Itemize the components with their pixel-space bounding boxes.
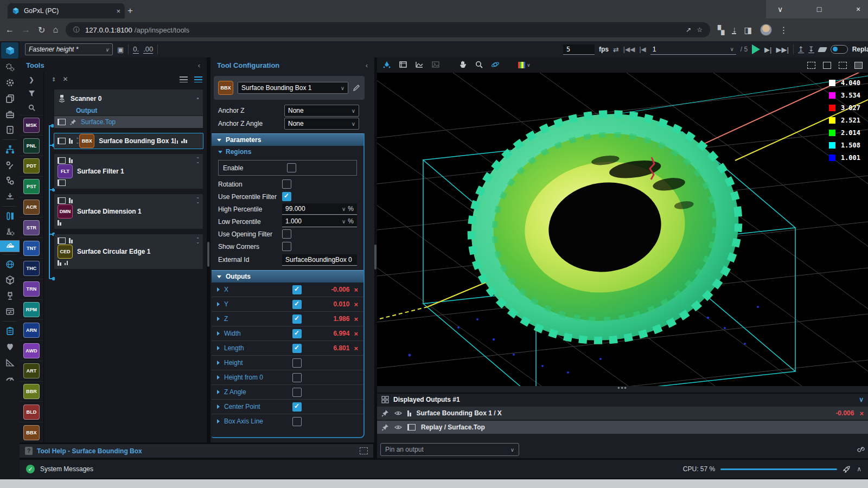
outputs-section-header[interactable]: Outputs bbox=[212, 270, 363, 282]
collapse-panel-icon[interactable]: ‹ bbox=[366, 61, 368, 69]
tool-shelf-item[interactable]: TNT bbox=[23, 241, 40, 256]
collapse-status-icon[interactable]: ∧ bbox=[857, 465, 861, 473]
tool-card-surface-dimension[interactable]: ⌃⌄ DMN Surface Dimension 1 bbox=[54, 194, 203, 229]
new-tab-button[interactable]: + bbox=[124, 4, 137, 17]
align-compress-icon[interactable] bbox=[1, 189, 18, 204]
back-icon[interactable]: ← bbox=[5, 25, 14, 35]
next-frame-icon[interactable]: ▶| bbox=[764, 46, 771, 54]
search-icon[interactable] bbox=[20, 101, 43, 115]
job-select[interactable]: Fastener height * ∨ bbox=[25, 43, 113, 55]
multi-view-icon[interactable] bbox=[854, 62, 863, 69]
anchor-z-angle-select[interactable]: None∨ bbox=[284, 118, 359, 130]
skip-to-start-icon[interactable]: |◀◀ bbox=[623, 46, 635, 53]
tool-card-surface-bounding-box[interactable]: ⌃⌄ BBX Surface Bounding Box 1 bbox=[54, 133, 203, 149]
low-percentile-select[interactable]: 1.000∨% bbox=[282, 216, 357, 227]
pin-an-output-select[interactable]: Pin an output ∨ bbox=[380, 443, 519, 456]
output-checkbox[interactable] bbox=[292, 300, 302, 309]
fps-input[interactable]: 5 bbox=[563, 44, 595, 55]
tool-shelf-item[interactable]: BBX bbox=[23, 425, 40, 440]
previous-frame-icon[interactable]: |◀ bbox=[639, 46, 646, 53]
orbit-rotate-icon[interactable] bbox=[491, 60, 500, 70]
output-checkbox[interactable] bbox=[292, 402, 302, 412]
clear-recording-eraser-icon[interactable] bbox=[818, 47, 827, 52]
side-panel-icon[interactable]: ◨ bbox=[744, 25, 752, 35]
profile-view-icon[interactable] bbox=[415, 60, 424, 70]
tool-shelf-item[interactable]: STR bbox=[23, 220, 40, 235]
system-settings-icon[interactable] bbox=[1, 60, 18, 74]
skip-to-end-icon[interactable]: ▶▶| bbox=[776, 46, 788, 54]
browser-menu-kebab-icon[interactable]: ⋮ bbox=[780, 25, 788, 35]
list-view-icon[interactable] bbox=[180, 76, 188, 82]
files-icon[interactable] bbox=[1, 91, 18, 106]
reload-icon[interactable]: ↻ bbox=[38, 25, 45, 35]
enable-checkbox[interactable] bbox=[287, 163, 296, 172]
tool-shelf-item[interactable]: TRN bbox=[23, 281, 40, 297]
download-recording-icon[interactable]: ↧ bbox=[808, 46, 814, 53]
show-corners-checkbox[interactable] bbox=[282, 242, 291, 251]
rotation-checkbox[interactable] bbox=[282, 179, 291, 189]
3d-canvas[interactable]: 4.040 3.534 3.027 2.521 2.014 1.508 1.00… bbox=[377, 73, 868, 386]
regions-subsection[interactable]: Regions bbox=[212, 146, 363, 158]
expand-card-icon[interactable]: ⌃⌄ bbox=[196, 158, 200, 163]
tool-shelf-item[interactable]: PST bbox=[23, 179, 40, 194]
bookmark-star-icon[interactable]: ☆ bbox=[697, 26, 703, 34]
output-checkbox[interactable] bbox=[292, 285, 302, 294]
visibility-eye-icon[interactable] bbox=[394, 423, 402, 431]
tool-shelf-item[interactable]: ACR bbox=[23, 200, 40, 215]
collapse-panel-icon[interactable]: ∨ bbox=[859, 396, 864, 403]
filter-funnel-icon[interactable] bbox=[20, 87, 43, 101]
extensions-puzzle-icon[interactable]: ▚ bbox=[718, 25, 724, 35]
downloads-icon[interactable]: ↓ bbox=[732, 26, 736, 34]
expand-card-icon[interactable]: ⌃⌄ bbox=[196, 198, 200, 203]
maximize-button[interactable]: □ bbox=[807, 5, 831, 14]
displayed-output-row[interactable]: Replay / Surface.Top bbox=[377, 421, 868, 434]
output-checkbox[interactable] bbox=[292, 373, 302, 382]
forward-icon[interactable]: → bbox=[22, 25, 30, 35]
collapse-card-icon[interactable]: ⌄⌃ bbox=[196, 96, 200, 101]
play-button[interactable] bbox=[752, 44, 760, 54]
use-percentile-filter-checkbox[interactable] bbox=[282, 192, 291, 201]
browser-tab[interactable]: GoPxL (PC) × bbox=[8, 3, 125, 18]
save-job-icon[interactable]: ▣ bbox=[117, 46, 124, 54]
replace-node-icon[interactable] bbox=[1, 174, 18, 188]
tool-help-bar[interactable]: ? Tool Help - Surface Bounding Box bbox=[20, 444, 373, 458]
pipeline-network-icon[interactable] bbox=[1, 142, 18, 157]
tools-scrollbar[interactable] bbox=[207, 57, 210, 442]
profile-avatar[interactable] bbox=[760, 24, 772, 36]
upload-recording-icon[interactable]: ↥ bbox=[798, 46, 804, 53]
frame-select[interactable]: 1 ∨ bbox=[650, 44, 736, 55]
tool-card-surface-filter[interactable]: ⌃⌄ FLT Surface Filter 1 bbox=[54, 153, 203, 189]
tool-shelf-item[interactable]: ARN bbox=[23, 323, 40, 338]
connector-plug-icon[interactable] bbox=[1, 288, 18, 303]
collapse-panel-icon[interactable]: ‹ bbox=[198, 61, 200, 69]
home-icon[interactable]: ⌂ bbox=[53, 25, 58, 35]
share-icon[interactable]: ↗ bbox=[686, 26, 691, 34]
performance-gauge-icon[interactable] bbox=[1, 371, 18, 386]
fit-view-icon[interactable] bbox=[823, 62, 831, 69]
tool-card-surface-circular-edge[interactable]: ⌃⌄ CED Surface Circular Edge 1 bbox=[54, 234, 203, 269]
output-checkbox[interactable] bbox=[292, 417, 302, 426]
tab-close-icon[interactable]: × bbox=[116, 7, 120, 15]
zoom-icon[interactable] bbox=[475, 60, 483, 70]
colormap-palette-select[interactable]: ∨ bbox=[518, 62, 531, 68]
tool-shelf-item[interactable]: BBR bbox=[23, 384, 40, 399]
toolbox-icon[interactable] bbox=[1, 107, 18, 121]
scanner-card[interactable]: Scanner 0 ⌄⌃ Output Surface.Top bbox=[54, 89, 203, 129]
3d-model-icon[interactable] bbox=[1, 273, 18, 287]
system-messages-label[interactable]: System Messages bbox=[40, 465, 93, 473]
health-icon[interactable] bbox=[1, 339, 18, 354]
tool-setup-icon[interactable] bbox=[1, 224, 18, 239]
close-button[interactable]: × bbox=[846, 5, 868, 14]
anchor-z-select[interactable]: None∨ bbox=[284, 105, 359, 117]
settings-gear-icon[interactable] bbox=[1, 75, 18, 90]
tool-shelf-item[interactable]: ART bbox=[23, 363, 40, 378]
displayed-output-row[interactable]: Surface Bounding Box 1 / X -0.006 × bbox=[377, 407, 868, 420]
use-opening-filter-checkbox[interactable] bbox=[282, 229, 291, 239]
calibration-protractor-icon[interactable] bbox=[1, 355, 18, 370]
collapse-all-icon[interactable]: ✕ bbox=[62, 75, 68, 83]
pin-icon[interactable] bbox=[381, 409, 389, 417]
expand-all-icon[interactable]: ⇕ bbox=[52, 76, 56, 82]
edit-node-icon[interactable] bbox=[1, 158, 18, 172]
detail-view-icon[interactable] bbox=[194, 76, 202, 82]
performance-rocket-icon[interactable] bbox=[843, 465, 851, 473]
